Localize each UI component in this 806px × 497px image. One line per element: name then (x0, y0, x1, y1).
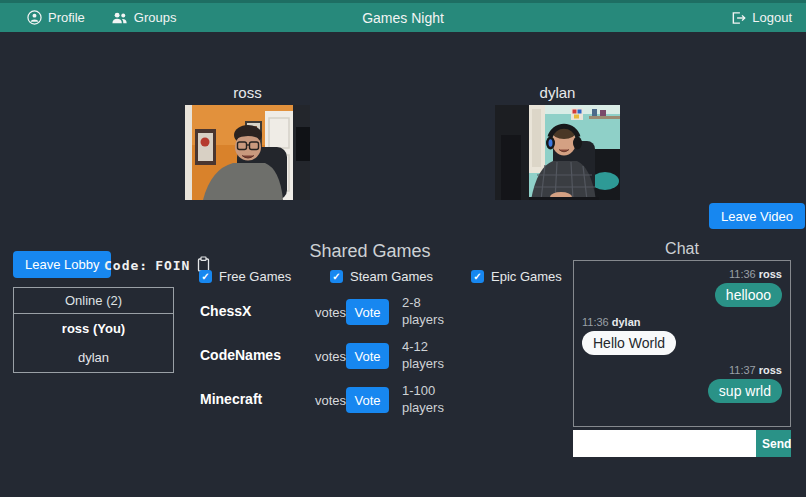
message-meta: 11:36 ross (729, 268, 782, 280)
checkbox-checked-icon[interactable] (471, 270, 484, 283)
video-name-label: dylan (495, 84, 620, 101)
game-name: Minecraft (200, 391, 262, 407)
leave-lobby-button[interactable]: Leave Lobby (13, 251, 111, 278)
message-sender: ross (759, 364, 782, 376)
chat-message: 11:36 dylan Hello World (582, 316, 782, 355)
nav-logout-label: Logout (752, 10, 792, 25)
game-row-codenames: CodeNames votes: Vote 4-12 players (200, 340, 535, 374)
filter-epic-games[interactable]: Epic Games (471, 269, 562, 284)
game-name: ChessX (200, 303, 251, 319)
message-sender: ross (759, 268, 782, 280)
video-block-dylan: dylan (495, 84, 620, 200)
filter-label: Steam Games (350, 269, 433, 284)
video-name-label: ross (185, 84, 310, 101)
players-range: 2-8 players (402, 294, 460, 328)
vote-button[interactable]: Vote (346, 387, 389, 413)
message-bubble: sup wrld (708, 379, 782, 403)
leave-video-button[interactable]: Leave Video (709, 203, 805, 229)
filter-free-games[interactable]: Free Games (199, 269, 291, 284)
chat-input-row: Send (573, 430, 791, 457)
chat-title: Chat (573, 240, 791, 258)
lobby-code-label: Code: (104, 258, 148, 273)
game-row-chessx: ChessX votes: Vote 2-8 players (200, 296, 535, 330)
person-circle-icon (27, 10, 42, 25)
vote-button[interactable]: Vote (346, 299, 389, 325)
video-feed-dylan (495, 105, 620, 200)
message-meta: 11:36 dylan (582, 316, 641, 328)
message-bubble: hellooo (715, 283, 782, 307)
navbar: Profile Groups Games Night (0, 0, 806, 32)
game-row-minecraft: Minecraft votes: Vote 1-100 players (200, 384, 535, 418)
votes-label: votes: (315, 393, 350, 408)
players-range: 1-100 players (402, 382, 460, 416)
message-time: 11:37 (729, 364, 756, 376)
checkbox-checked-icon[interactable] (330, 270, 343, 283)
filter-steam-games[interactable]: Steam Games (330, 269, 433, 284)
online-member: ross (You) (14, 314, 173, 343)
lobby-code-value: FOIN (155, 258, 190, 273)
nav-profile[interactable]: Profile (27, 10, 85, 25)
online-header: Online (2) (14, 288, 173, 314)
logout-icon (731, 11, 746, 25)
send-button[interactable]: Send (756, 430, 791, 457)
checkbox-checked-icon[interactable] (199, 270, 212, 283)
shared-games-title: Shared Games (190, 241, 550, 262)
vote-button[interactable]: Vote (346, 343, 389, 369)
chat-message: 11:36 ross hellooo (582, 268, 782, 307)
nav-groups[interactable]: Groups (111, 10, 177, 25)
votes-label: votes: (315, 349, 350, 364)
video-block-ross: ross (185, 84, 310, 200)
players-range: 4-12 players (402, 338, 460, 372)
people-icon (111, 11, 128, 25)
message-time: 11:36 (729, 268, 756, 280)
video-feed-ross (185, 105, 310, 200)
filter-label: Epic Games (491, 269, 562, 284)
filter-label: Free Games (219, 269, 291, 284)
votes-label: votes: (315, 305, 350, 320)
online-member: dylan (14, 343, 173, 372)
nav-logout[interactable]: Logout (731, 10, 792, 25)
message-sender: dylan (612, 316, 641, 328)
online-members-panel: Online (2) ross (You) dylan (13, 287, 174, 373)
message-meta: 11:37 ross (729, 364, 782, 376)
chat-message-list[interactable]: 11:36 ross hellooo 11:36 dylan Hello Wor… (573, 260, 791, 427)
chat-message-input[interactable] (573, 430, 756, 457)
nav-groups-label: Groups (134, 10, 177, 25)
game-name: CodeNames (200, 347, 281, 363)
chat-message: 11:37 ross sup wrld (582, 364, 782, 403)
nav-profile-label: Profile (48, 10, 85, 25)
message-time: 11:36 (582, 316, 609, 328)
message-bubble: Hello World (582, 331, 676, 355)
